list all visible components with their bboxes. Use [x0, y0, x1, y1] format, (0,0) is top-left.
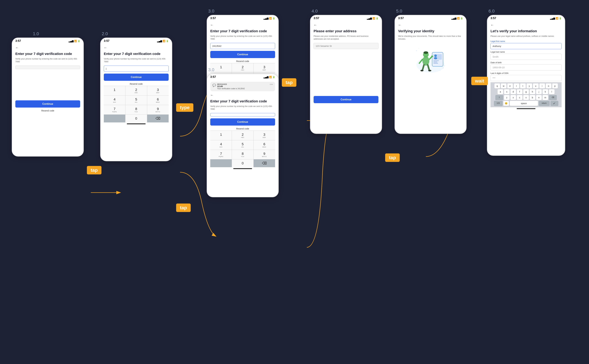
status-bar-1: 3:57 ▂▄▆ 📶 🔋: [12, 38, 83, 43]
key-space[interactable]: space: [510, 101, 538, 106]
screen-subtitle-3b: Verify your phone number by entering the…: [210, 105, 275, 110]
key-del[interactable]: ⌫: [549, 95, 557, 100]
key-i[interactable]: i: [539, 84, 545, 88]
battery-icon-3: 🔋: [272, 17, 275, 20]
status-icons-4: ▂▄▆ 📶 🔋: [367, 17, 378, 20]
back-arrow-3b[interactable]: ←: [210, 93, 275, 97]
code-input-1[interactable]: [15, 65, 80, 69]
screen-title-5: Verifying your identity: [398, 29, 463, 33]
phone-screen-3b: 3:57 ▂▄▆ 📶 🔋 💬 MESSAGES now 31145 Your v…: [207, 74, 279, 197]
key-g[interactable]: g: [523, 89, 529, 94]
key-a[interactable]: a: [498, 89, 503, 94]
key-h[interactable]: h: [530, 89, 535, 94]
key-l[interactable]: l: [549, 89, 555, 94]
back-arrow-2[interactable]: ←: [104, 46, 169, 50]
code-input-2[interactable]: |: [104, 65, 169, 72]
wifi-icon-6: 📶: [556, 17, 558, 20]
qwerty-row-1: q w e r t y u i o p: [491, 84, 561, 88]
key-w[interactable]: w: [501, 84, 506, 88]
back-arrow-1[interactable]: ←: [15, 46, 80, 50]
continue-btn-1[interactable]: Continue: [15, 100, 80, 108]
back-arrow-4[interactable]: ←: [314, 23, 378, 27]
back-arrow-5[interactable]: ←: [398, 23, 463, 27]
tap-badge-3b: tap: [176, 203, 191, 212]
key-3[interactable]: 3DEF: [147, 86, 169, 95]
key-9[interactable]: 9WXYZ: [147, 105, 169, 114]
step-label-3: 3.0: [208, 9, 214, 14]
key-8[interactable]: 8TUV: [125, 105, 147, 114]
ssn-input[interactable]: ***: [491, 75, 562, 81]
key-u[interactable]: u: [533, 84, 539, 88]
resend-code-1[interactable]: Resend code: [15, 110, 80, 112]
wifi-icon-3: 📶: [269, 17, 272, 20]
notification-banner[interactable]: 💬 MESSAGES now 31145 Your verification c…: [210, 82, 275, 91]
signal-icon-4: ▂▄▆: [367, 17, 372, 20]
key-shift[interactable]: ⇧: [495, 95, 503, 100]
time-6: 3:57: [491, 17, 496, 20]
resend-code-2[interactable]: Resend code: [104, 83, 169, 85]
identity-illustration: [398, 43, 463, 74]
key-4[interactable]: 4GHI: [104, 96, 125, 105]
continue-btn-3b[interactable]: Continue: [210, 118, 275, 126]
phone-screen-6: 3:57 ▂▄▆ 📶 🔋 ← Let's verify your informa…: [487, 15, 565, 156]
battery-icon-1: 🔋: [78, 40, 80, 42]
key-2[interactable]: 2ABC: [125, 86, 147, 95]
status-icons-6: ▂▄▆ 📶 🔋: [550, 17, 562, 20]
key-m[interactable]: m: [543, 95, 548, 100]
key-5[interactable]: 5JKL: [125, 96, 147, 105]
code-input-3[interactable]: 2413542: [210, 43, 275, 49]
continue-btn-2[interactable]: Continue: [104, 74, 169, 81]
key-e[interactable]: e: [507, 84, 513, 88]
back-arrow-6[interactable]: ←: [491, 23, 562, 27]
key-b[interactable]: b: [530, 95, 535, 100]
signal-icon-1: ▂▄▆: [69, 40, 74, 42]
notif-body: Your verification code is 2413542: [217, 88, 273, 90]
key-j[interactable]: j: [536, 89, 542, 94]
signal-icon-3: ▂▄▆: [264, 17, 269, 20]
status-bar-5: 3:57 ▂▄▆ 📶 🔋: [395, 15, 466, 20]
key-6[interactable]: 6MNO: [147, 96, 169, 105]
key-return[interactable]: return: [539, 101, 550, 106]
key-0[interactable]: 0: [125, 115, 147, 123]
signal-icon-3b: ▂▄▆: [264, 76, 269, 78]
key-mic[interactable]: 🎤: [550, 101, 558, 106]
last-name-input[interactable]: Smith: [491, 54, 562, 60]
key-7[interactable]: 7PQRS: [104, 105, 125, 114]
key-t[interactable]: t: [520, 84, 526, 88]
key-backspace[interactable]: ⌫: [147, 115, 169, 123]
key-s[interactable]: s: [504, 89, 510, 94]
label-dob: Date of birth: [491, 61, 562, 64]
address-input[interactable]: [314, 43, 378, 49]
key-p[interactable]: p: [552, 84, 558, 88]
key-n[interactable]: n: [536, 95, 542, 100]
battery-icon-5: 🔋: [460, 17, 463, 20]
dob-input[interactable]: 1993-09-10: [491, 64, 562, 71]
svg-point-6: [434, 57, 437, 59]
key-v[interactable]: v: [523, 95, 529, 100]
key-q[interactable]: q: [494, 84, 500, 88]
code-input-3b[interactable]: [210, 113, 275, 117]
screen-subtitle-2: Verify your phone number by entering the…: [104, 58, 169, 63]
key-1[interactable]: 1: [104, 86, 125, 95]
key-d[interactable]: d: [510, 89, 516, 94]
key-123[interactable]: 123: [494, 101, 503, 106]
key-f[interactable]: f: [517, 89, 523, 94]
key-o[interactable]: o: [546, 84, 551, 88]
key-y[interactable]: y: [526, 84, 532, 88]
resend-code-3[interactable]: Resend code: [210, 60, 275, 62]
key-emoji[interactable]: 😊: [503, 101, 509, 106]
key-z[interactable]: z: [504, 95, 510, 100]
key-k[interactable]: k: [543, 89, 548, 94]
svg-rect-7: [433, 60, 439, 61]
screen-subtitle-4: Please use your residential address. PO …: [314, 35, 378, 40]
back-arrow-3[interactable]: ←: [210, 23, 275, 27]
continue-btn-4[interactable]: Continue: [314, 96, 378, 103]
key-c[interactable]: c: [517, 95, 523, 100]
key-x[interactable]: x: [510, 95, 516, 100]
first-name-input[interactable]: Anthony: [491, 43, 562, 49]
key-extra[interactable]: [104, 115, 125, 123]
resend-code-3b[interactable]: Resend code: [210, 127, 275, 130]
phone-screen-5: 3:57 ▂▄▆ 📶 🔋 ← Verifying your identity W…: [395, 15, 466, 134]
key-r[interactable]: r: [514, 84, 519, 88]
continue-btn-3[interactable]: Continue: [210, 51, 275, 58]
